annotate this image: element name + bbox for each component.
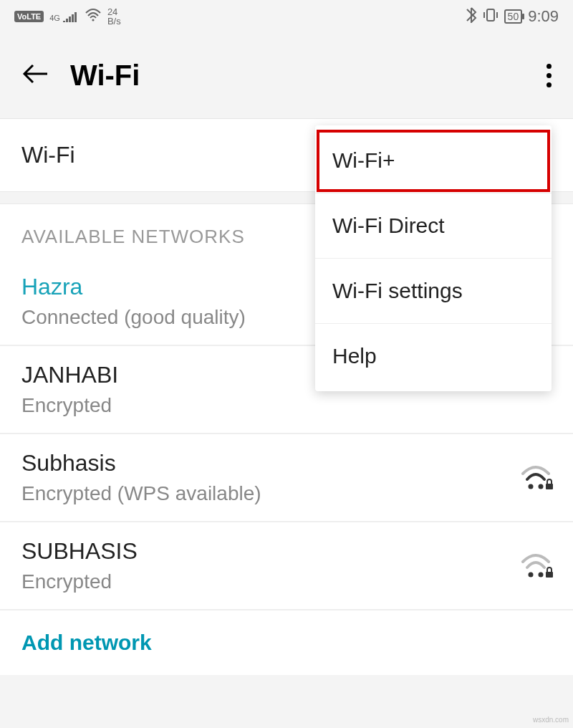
network-status: Encrypted	[21, 394, 118, 417]
app-bar: Wi-Fi	[0, 33, 573, 119]
network-row[interactable]: Subhasis Encrypted (WPS available)	[0, 434, 573, 522]
svg-point-6	[539, 572, 544, 577]
cellular-signal-icon: 4G	[49, 11, 79, 22]
status-left: VoLTE 4G 24 B/s	[14, 7, 121, 26]
vibrate-icon	[483, 8, 499, 26]
svg-point-0	[92, 19, 94, 21]
battery-icon: 50	[504, 9, 523, 24]
network-status: Encrypted (WPS available)	[21, 482, 261, 505]
network-status: Connected (good quality)	[21, 306, 246, 329]
add-network-button[interactable]: Add network	[0, 610, 573, 675]
overflow-menu: Wi-Fi+ Wi-Fi Direct Wi-Fi settings Help	[315, 125, 552, 391]
overflow-menu-icon[interactable]	[546, 64, 552, 87]
svg-rect-1	[487, 9, 494, 21]
lock-icon	[544, 479, 554, 492]
svg-point-3	[539, 484, 544, 489]
network-row[interactable]: SUBHASIS Encrypted	[0, 522, 573, 610]
menu-item-help[interactable]: Help	[315, 324, 552, 388]
svg-point-5	[529, 572, 534, 577]
lock-icon	[544, 567, 554, 580]
bluetooth-icon	[466, 7, 477, 27]
network-name: SUBHASIS	[21, 538, 138, 565]
menu-item-wifi-plus[interactable]: Wi-Fi+	[315, 128, 552, 193]
svg-rect-7	[546, 572, 553, 578]
clock-text: 9:09	[528, 7, 559, 26]
wifi-status-icon	[85, 9, 102, 24]
network-name: JANHABI	[21, 362, 118, 388]
page-title: Wi-Fi	[70, 59, 546, 92]
volte-badge: VoLTE	[14, 11, 44, 22]
svg-rect-4	[546, 484, 553, 489]
network-name: Hazra	[21, 274, 246, 300]
menu-item-wifi-direct[interactable]: Wi-Fi Direct	[315, 193, 552, 259]
back-arrow-icon[interactable]	[21, 59, 49, 92]
wifi-toggle-label: Wi-Fi	[21, 142, 75, 168]
status-bar: VoLTE 4G 24 B/s 50 9:09	[0, 0, 573, 33]
watermark: wsxdn.com	[533, 716, 569, 724]
svg-point-2	[529, 484, 534, 489]
network-name: Subhasis	[21, 450, 261, 476]
status-right: 50 9:09	[466, 7, 559, 27]
bandwidth-indicator: 24 B/s	[107, 7, 121, 26]
wifi-signal-icon	[520, 553, 552, 579]
wifi-signal-icon	[520, 465, 552, 491]
menu-item-wifi-settings[interactable]: Wi-Fi settings	[315, 259, 552, 324]
network-status: Encrypted	[21, 570, 138, 593]
